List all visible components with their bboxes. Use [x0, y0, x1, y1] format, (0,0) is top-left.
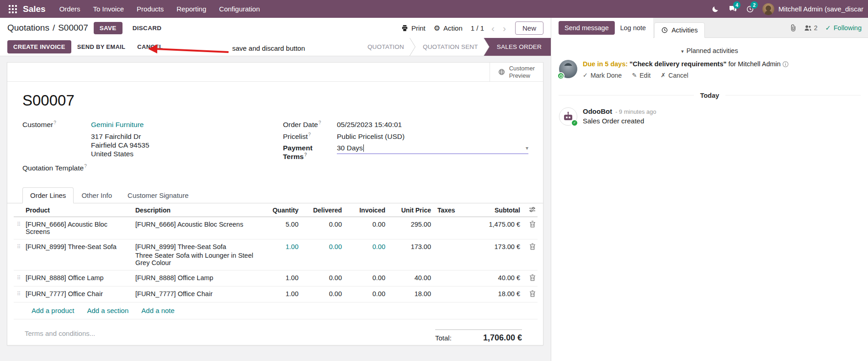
table-row[interactable]: ⠿ [FURN_6666] Acoustic Bloc Screens [FUR… [14, 217, 538, 239]
order-date-value[interactable]: 05/25/2023 15:40:01 [337, 121, 402, 129]
add-a-product-link[interactable]: Add a product [32, 307, 74, 314]
pricelist-value[interactable]: Public Pricelist (USD) [337, 133, 405, 141]
state-quotation[interactable]: QUOTATION [358, 38, 415, 56]
cell-description[interactable]: [FURN_8999] Three-Seat SofaThree Seater … [133, 239, 261, 270]
apps-menu-icon[interactable] [5, 0, 21, 18]
optional-columns-button[interactable] [529, 207, 536, 214]
cell-invoiced[interactable]: 0.00 [344, 239, 387, 254]
menu-to-invoice[interactable]: To Invoice [87, 0, 131, 18]
print-button[interactable]: Print [401, 24, 426, 32]
cell-quantity[interactable]: 1.00 [261, 271, 300, 285]
attachments-button[interactable] [790, 24, 796, 32]
customer-preview-label: Customer Preview [509, 65, 535, 79]
customer-link[interactable]: Gemini Furniture [91, 121, 144, 129]
app-name[interactable]: Sales [23, 4, 46, 14]
drag-handle-icon[interactable]: ⠿ [14, 217, 24, 231]
save-button[interactable]: SAVE [94, 22, 122, 34]
menu-reporting[interactable]: Reporting [170, 0, 213, 18]
cell-unit-price[interactable]: 40.00 [387, 271, 433, 285]
breadcrumb-separator: / [53, 23, 55, 33]
state-quotation-sent[interactable]: QUOTATION SENT [410, 38, 489, 56]
cell-unit-price[interactable]: 295.00 [387, 217, 433, 232]
cancel-activity-button[interactable]: ✗Cancel [660, 72, 688, 79]
caret-down-icon[interactable]: ▾ [526, 145, 528, 151]
mark-done-button[interactable]: ✓Mark Done [583, 72, 622, 79]
cell-taxes[interactable] [433, 287, 465, 294]
customer-preview-button[interactable]: Customer Preview [490, 63, 543, 81]
cell-delivered[interactable]: 0.00 [300, 217, 344, 232]
drag-handle-icon[interactable]: ⠿ [14, 271, 24, 285]
delete-line-button[interactable] [529, 221, 536, 229]
pager-next-button[interactable]: › [502, 23, 507, 33]
user-menu[interactable]: Mitchell Admin (save_discar [762, 3, 863, 15]
state-sales-order[interactable]: SALES ORDER [484, 38, 551, 56]
status-widget: QUOTATION QUOTATION SENT SALES ORDER [358, 38, 551, 56]
drag-handle-icon[interactable]: ⠿ [14, 239, 24, 254]
activities-systray-button[interactable]: 2 [741, 0, 759, 18]
cell-product[interactable]: [FURN_8999] Three-Seat Sofa [24, 239, 133, 254]
cell-quantity[interactable]: 5.00 [261, 217, 300, 232]
log-note-button[interactable]: Log note [620, 24, 646, 32]
delete-line-button[interactable] [529, 243, 536, 251]
discard-button[interactable]: DISCARD [128, 22, 166, 34]
clock-icon [559, 74, 563, 78]
chatter-panel: Send message Log note Activities 2 [551, 18, 868, 361]
info-icon[interactable] [783, 61, 788, 67]
planned-activities-header[interactable]: ▾Planned activities [551, 47, 868, 54]
cell-taxes[interactable] [433, 239, 465, 247]
drag-handle-icon[interactable]: ⠿ [14, 287, 24, 301]
tab-order-lines[interactable]: Order Lines [22, 187, 74, 203]
edit-activity-button[interactable]: ✎Edit [632, 72, 650, 79]
messages-button[interactable]: 4 [724, 0, 741, 18]
cell-quantity[interactable]: 1.00 [261, 287, 300, 301]
following-button[interactable]: ✓ Following [825, 24, 862, 32]
cell-taxes[interactable] [433, 271, 465, 278]
followers-button[interactable]: 2 [804, 24, 818, 32]
cell-unit-price[interactable]: 18.00 [387, 287, 433, 301]
table-row[interactable]: ⠿ [FURN_7777] Office Chair [FURN_7777] O… [14, 287, 538, 303]
menu-products[interactable]: Products [130, 0, 170, 18]
cell-quantity[interactable]: 1.00 [261, 239, 300, 254]
cell-invoiced[interactable]: 0.00 [344, 271, 387, 285]
cancel-button[interactable]: CANCEL [131, 40, 169, 53]
cell-taxes[interactable] [433, 217, 465, 224]
menu-configuration[interactable]: Configuration [213, 0, 266, 18]
activities-label: Activities [671, 27, 698, 34]
cell-delivered[interactable]: 0.00 [300, 271, 344, 285]
text-cursor [363, 144, 364, 152]
pager-previous-button[interactable]: ‹ [490, 23, 495, 33]
cell-description[interactable]: [FURN_6666] Acoustic Bloc Screens [133, 217, 261, 232]
cell-description[interactable]: [FURN_8888] Office Lamp [133, 271, 261, 285]
new-button[interactable]: New [515, 21, 543, 35]
cell-product[interactable]: [FURN_8888] Office Lamp [24, 271, 133, 285]
cell-invoiced[interactable]: 0.00 [344, 217, 387, 232]
send-by-email-button[interactable]: SEND BY EMAIL [71, 40, 132, 53]
tab-customer-signature[interactable]: Customer Signature [120, 187, 196, 203]
action-button[interactable]: ⚙ Action [434, 24, 463, 32]
cell-delivered[interactable]: 0.00 [300, 287, 344, 301]
add-a-section-link[interactable]: Add a section [87, 307, 128, 314]
tab-activities[interactable]: Activities [654, 22, 705, 38]
cell-invoiced[interactable]: 0.00 [344, 287, 387, 301]
delete-line-button[interactable] [529, 290, 536, 298]
breadcrumb-quotations[interactable]: Quotations [7, 23, 49, 33]
send-message-button[interactable]: Send message [559, 21, 615, 35]
dark-mode-button[interactable] [707, 0, 724, 18]
tab-other-info[interactable]: Other Info [74, 187, 120, 203]
cell-unit-price[interactable]: 173.00 [387, 239, 433, 254]
menu-orders[interactable]: Orders [53, 0, 87, 18]
add-a-note-link[interactable]: Add a note [141, 307, 175, 314]
create-invoice-button[interactable]: CREATE INVOICE [7, 40, 71, 53]
payment-terms-input[interactable]: 30 Days ▾ [337, 144, 528, 154]
cell-delivered[interactable]: 0.00 [300, 239, 344, 254]
cell-description[interactable]: [FURN_7777] Office Chair [133, 287, 261, 301]
delete-line-button[interactable] [529, 274, 536, 282]
cell-product[interactable]: [FURN_6666] Acoustic Bloc Screens [24, 217, 133, 239]
table-row[interactable]: ⠿ [FURN_8888] Office Lamp [FURN_8888] Of… [14, 271, 538, 287]
table-row[interactable]: ⠿ [FURN_8999] Three-Seat Sofa [FURN_8999… [14, 239, 538, 271]
cell-subtotal: 1,475.00 € [465, 217, 522, 232]
terms-placeholder[interactable]: Terms and conditions... [25, 329, 95, 337]
cell-product[interactable]: [FURN_7777] Office Chair [24, 287, 133, 301]
sheet-header: Customer Preview [7, 63, 543, 82]
message-author[interactable]: OdooBot [583, 107, 612, 115]
